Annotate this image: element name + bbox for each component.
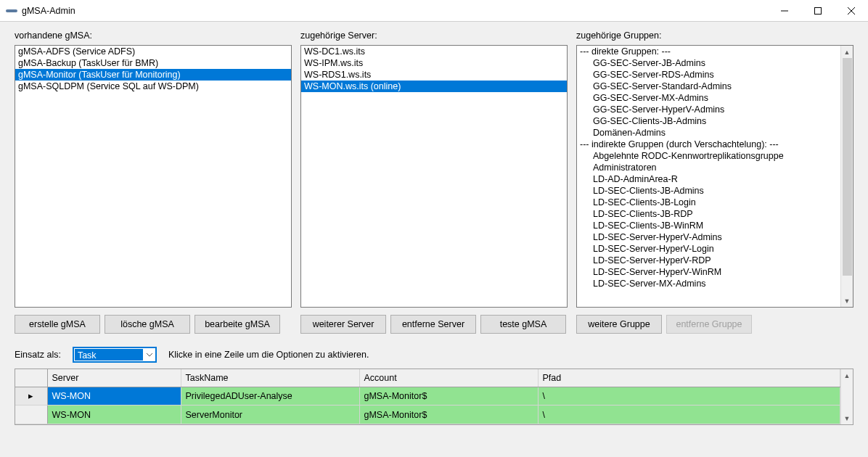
list-item[interactable]: LD-SEC-Clients-JB-WinRM [577, 220, 840, 231]
weiterer-server-button[interactable]: weiterer Server [300, 315, 386, 334]
list-item[interactable]: WS-IPM.ws.its [301, 57, 567, 69]
list-item[interactable]: LD-SEC-Clients-JB-Login [577, 197, 840, 208]
chevron-down-icon[interactable] [144, 348, 155, 361]
teste-gmsa-button[interactable]: teste gMSA [480, 315, 566, 334]
erstelle-gmsa-button[interactable]: erstelle gMSA [15, 315, 100, 334]
row-header[interactable]: ▸ [15, 387, 47, 405]
cell-pfad[interactable]: \ [538, 405, 840, 424]
gmsa-list-label: vorhandene gMSA: [15, 30, 292, 41]
server-list-label: zugehörige Server: [300, 30, 568, 41]
entferne-server-button[interactable]: entferne Server [390, 315, 476, 334]
list-item[interactable]: WS-MON.ws.its (online) [301, 81, 567, 92]
cell-server[interactable]: WS-MON [47, 405, 181, 424]
einsatz-als-label: Einsatz als: [15, 350, 61, 360]
grid-scrollbar[interactable]: ▲ ▼ [840, 369, 853, 424]
svg-rect-0 [6, 9, 17, 12]
entferne-gruppe-button: entferne Gruppe [666, 315, 752, 334]
group-listbox[interactable]: --- direkte Gruppen: ---GG-SEC-Server-JB… [576, 45, 853, 308]
einsatz-als-combo[interactable]: Task [73, 347, 157, 363]
scroll-down-icon[interactable]: ▼ [841, 412, 853, 424]
list-item[interactable]: GG-SEC-Server-JB-Admins [577, 57, 840, 69]
cell-account[interactable]: gMSA-Monitor$ [359, 387, 538, 405]
list-item[interactable]: gMSA-SQLDPM (Service SQL auf WS-DPM) [15, 81, 291, 92]
list-item[interactable]: GG-SEC-Clients-JB-Admins [577, 115, 840, 127]
cell-taskname[interactable]: PrivilegedADUser-Analyse [181, 387, 359, 405]
list-item[interactable]: LD-SEC-Clients-JB-Admins [577, 185, 840, 197]
weitere-gruppe-button[interactable]: weitere Gruppe [576, 315, 662, 334]
list-item[interactable]: Abgelehnte RODC-Kennwortreplikationsgrup… [577, 150, 840, 162]
hint-text: Klicke in eine Zeile um die Optionen zu … [168, 350, 369, 360]
scroll-thumb[interactable] [843, 58, 852, 276]
list-item[interactable]: Domänen-Admins [577, 127, 840, 139]
grid-header-row: Server TaskName Account Pfad [15, 369, 840, 387]
list-item[interactable]: LD-SEC-Server-HyperV-Login [577, 243, 840, 255]
scroll-up-icon[interactable]: ▲ [841, 46, 853, 58]
gmsa-listbox[interactable]: gMSA-ADFS (Service ADFS)gMSA-Backup (Tas… [15, 45, 292, 308]
window-controls [768, 0, 868, 21]
group-scrollbar[interactable]: ▲ ▼ [840, 46, 853, 307]
bearbeite-gmsa-button[interactable]: bearbeite gMSA [195, 315, 280, 334]
list-item[interactable]: LD-SEC-Clients-JB-RDP [577, 208, 840, 220]
cell-pfad[interactable]: \ [538, 387, 840, 405]
cell-taskname[interactable]: ServerMonitor [181, 405, 359, 424]
list-item[interactable]: GG-SEC-Server-HyperV-Admins [577, 104, 840, 115]
cell-account[interactable]: gMSA-Monitor$ [359, 405, 538, 424]
svg-rect-2 [815, 7, 822, 14]
combo-value: Task [75, 349, 143, 361]
close-button[interactable] [835, 0, 868, 21]
minimize-button[interactable] [768, 0, 801, 21]
list-item[interactable]: LD-AD-AdminArea-R [577, 173, 840, 185]
list-item[interactable]: gMSA-Monitor (TaskUser für Monitoring) [15, 69, 291, 81]
grid-corner [15, 369, 47, 387]
group-list-label: zugehörige Gruppen: [576, 30, 853, 41]
window-title: gMSA-Admin [22, 6, 768, 16]
server-listbox[interactable]: WS-DC1.ws.itsWS-IPM.ws.itsWS-RDS1.ws.its… [300, 45, 568, 308]
list-item[interactable]: GG-SEC-Server-RDS-Admins [577, 69, 840, 81]
list-item[interactable]: gMSA-Backup (TaskUser für BMR) [15, 57, 291, 69]
col-pfad[interactable]: Pfad [538, 369, 840, 387]
list-item[interactable]: GG-SEC-Server-Standard-Admins [577, 81, 840, 92]
list-item[interactable]: --- direkte Gruppen: --- [577, 46, 840, 57]
col-server[interactable]: Server [47, 369, 181, 387]
titlebar: gMSA-Admin [0, 0, 868, 22]
col-account[interactable]: Account [359, 369, 538, 387]
list-item[interactable]: LD-SEC-Server-HyperV-WinRM [577, 266, 840, 278]
list-item[interactable]: GG-SEC-Server-MX-Admins [577, 92, 840, 104]
table-row[interactable]: WS-MONServerMonitorgMSA-Monitor$\ [15, 405, 840, 424]
col-taskname[interactable]: TaskName [181, 369, 359, 387]
row-header[interactable] [15, 405, 47, 424]
scroll-up-icon[interactable]: ▲ [841, 369, 853, 382]
loesche-gmsa-button[interactable]: lösche gMSA [105, 315, 190, 334]
app-icon [6, 5, 17, 17]
list-item[interactable]: LD-SEC-Server-HyperV-Admins [577, 231, 840, 243]
list-item[interactable]: LD-SEC-Server-MX-Admins [577, 278, 840, 289]
scroll-down-icon[interactable]: ▼ [841, 295, 853, 307]
list-item[interactable]: Administratoren [577, 162, 840, 173]
list-item[interactable]: LD-SEC-Server-HyperV-RDP [577, 255, 840, 266]
maximize-button[interactable] [801, 0, 835, 21]
list-item[interactable]: WS-DC1.ws.its [301, 46, 567, 57]
list-item[interactable]: --- indirekte Gruppen (durch Verschachte… [577, 139, 840, 150]
task-grid[interactable]: Server TaskName Account Pfad ▸WS-MONPriv… [15, 369, 853, 425]
table-row[interactable]: ▸WS-MONPrivilegedADUser-AnalysegMSA-Moni… [15, 387, 840, 405]
list-item[interactable]: WS-RDS1.ws.its [301, 69, 567, 81]
list-item[interactable]: gMSA-ADFS (Service ADFS) [15, 46, 291, 57]
cell-server[interactable]: WS-MON [47, 387, 181, 405]
